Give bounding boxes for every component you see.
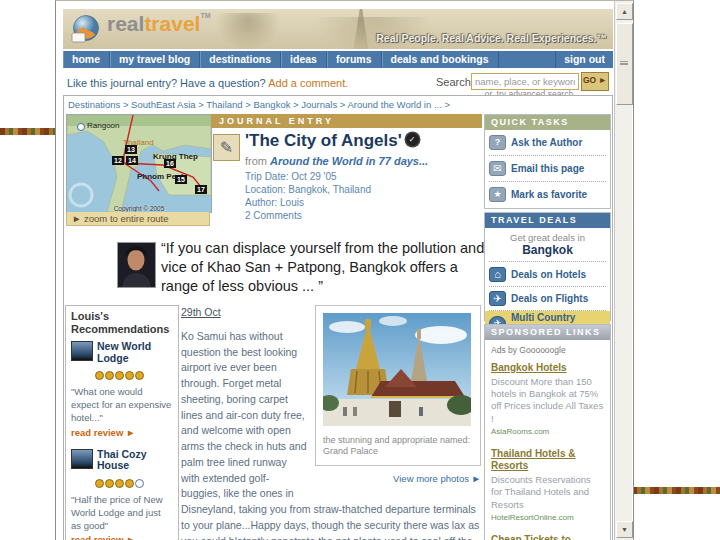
route-marker[interactable]: 17	[195, 185, 207, 194]
breadcrumb[interactable]: Destinations > SouthEast Asia > Thailand…	[68, 99, 450, 110]
main-nav: homemy travel blogdestinationsideasforum…	[63, 51, 613, 68]
rating-dots	[95, 366, 173, 384]
ad-body: Discounts Reservations for Thailand Hote…	[491, 474, 604, 511]
route-marker[interactable]: 12	[112, 156, 124, 165]
logo-travel: travel	[144, 12, 200, 35]
zoom-to-route-link[interactable]: ► zoom to entire route	[66, 212, 210, 226]
site-banner: realtravelTM Real People. Real Advice. R…	[63, 9, 613, 49]
read-review-link[interactable]: read review ►	[71, 427, 173, 438]
hotel-icon	[489, 267, 506, 282]
trip-location: Location: Bangkok, Thailand	[245, 184, 371, 195]
comment-prompt: Like this journal entry? Have a question…	[67, 77, 348, 89]
journal-entry-header: JOURNAL ENTRY	[211, 114, 482, 128]
search-input[interactable]	[471, 73, 579, 90]
journal-series-link[interactable]: Around the World in 77 days...	[270, 155, 428, 167]
trip-date: Trip Date: Oct 29 '05	[245, 171, 337, 182]
banner-landmark-art	[213, 13, 283, 49]
ad-title-link[interactable]: Cheap Tickets to Bangkok	[491, 534, 604, 540]
rating-dot-empty	[135, 479, 144, 488]
deals-city-link[interactable]: Bangkok	[489, 243, 606, 262]
journal-body: the stunning and appropriate named: Gran…	[181, 305, 481, 540]
ad-url[interactable]: HotelResortOnline.com	[491, 513, 604, 522]
plane-icon	[489, 291, 506, 306]
travel-deals-panel: TRAVEL DEALS Get great deals in Bangkok …	[484, 212, 611, 321]
logo-wordmark[interactable]: realtravelTM	[107, 12, 211, 36]
ads-by-label: Ads by Goooooogle	[491, 345, 604, 355]
verified-badge-icon	[406, 133, 419, 146]
route-marker[interactable]: 15	[175, 175, 187, 184]
ad-title-link[interactable]: Thailand Hotels & Resorts	[491, 448, 604, 473]
deals-on-hotels-link[interactable]: Deals on Hotels	[489, 263, 606, 287]
rating-dot-filled	[115, 371, 124, 380]
rating-dot-filled	[105, 371, 114, 380]
rating-dot-filled	[95, 479, 104, 488]
search-label: Search	[436, 76, 471, 88]
entry-date-link[interactable]: 29th Oct	[181, 305, 221, 321]
slide-decoration-left	[0, 128, 57, 135]
rating-dot-filled	[95, 371, 104, 380]
logo-trademark: TM	[200, 12, 210, 19]
hotel-thumbnail[interactable]	[71, 449, 93, 469]
rating-dot-filled	[105, 479, 114, 488]
deal-label: Deals on Flights	[511, 293, 588, 304]
rating-dot-filled	[135, 371, 144, 380]
ad-url[interactable]: AsiaRooms.com	[491, 427, 604, 436]
photo-block: the stunning and appropriate named: Gran…	[315, 305, 481, 486]
ask-the-author-link[interactable]: Ask the Author	[489, 130, 606, 156]
map-label-rangoon: Rangoon	[87, 121, 119, 130]
email-this-page-link[interactable]: Email this page	[489, 156, 606, 182]
recommendations-panel: Louis's Recommendations New World Lodge …	[65, 305, 179, 540]
read-review-link[interactable]: read review ►	[71, 534, 173, 540]
comments-link[interactable]: 2 Comments	[245, 210, 302, 221]
rating-dot-filled	[125, 479, 134, 488]
sponsored-links-title: SPONSORED LINKS	[485, 325, 610, 340]
route-marker[interactable]: 13	[125, 145, 137, 154]
quick-tasks-panel: QUICK TASKS Ask the Author Email this pa…	[484, 114, 611, 209]
scroll-down-button[interactable]	[616, 521, 633, 538]
review-quote: "Half the price of New World Lodge and j…	[71, 494, 173, 532]
site-tagline: Real People. Real Advice. Real Experienc…	[376, 32, 607, 44]
comment-prompt-text: Like this journal entry? Have a question…	[67, 77, 266, 89]
route-marker[interactable]: 14	[126, 156, 138, 165]
view-more-photos-link[interactable]: View more photos ►	[315, 472, 481, 486]
slide-decoration-right	[632, 487, 720, 494]
nav-item-my-travel-blog[interactable]: my travel blog	[110, 51, 200, 68]
webpage: realtravelTM Real People. Real Advice. R…	[63, 5, 613, 540]
scrollbar-thumb[interactable]	[616, 23, 633, 105]
nav-item-home[interactable]: home	[63, 51, 110, 68]
globe-logo-icon[interactable]	[69, 14, 109, 46]
hotel-thumbnail[interactable]	[71, 341, 93, 361]
task-label: Mark as favorite	[511, 189, 587, 200]
journal-title-text: 'The City of Angels'	[245, 131, 402, 150]
envelope-icon	[489, 161, 506, 176]
hotel-name-link[interactable]: New World Lodge	[97, 341, 173, 364]
deal-label: Deals on Hotels	[511, 269, 586, 280]
hotel-name-link[interactable]: Thai Cozy House	[97, 449, 173, 472]
photo-caption: the stunning and appropriate named: Gran…	[323, 435, 473, 458]
rating-dots	[95, 474, 173, 492]
route-map[interactable]: Rangoon Thailand Krung Thep Phnom Penh 1…	[66, 114, 212, 213]
nav-item-deals-bookings[interactable]: deals and bookings	[382, 51, 499, 68]
add-comment-link[interactable]: Add a comment.	[268, 77, 348, 89]
from-label: from	[245, 155, 267, 167]
sponsored-ad: Cheap Tickets to Bangkok	[491, 534, 604, 540]
journal-pencil-icon	[213, 134, 240, 161]
scroll-up-button[interactable]	[616, 3, 633, 20]
deals-on-flights-link[interactable]: Deals on Flights	[489, 287, 606, 311]
content-area: Destinations > SouthEast Asia > Thailand…	[63, 95, 613, 540]
rangoon-city-marker-icon	[77, 123, 85, 131]
vertical-scrollbar[interactable]	[614, 1, 632, 540]
author-avatar	[117, 242, 156, 288]
mark-as-favorite-link[interactable]: Mark as favorite	[489, 182, 606, 207]
task-label: Email this page	[511, 163, 584, 174]
rating-dot-filled	[115, 479, 124, 488]
photo-frame[interactable]: the stunning and appropriate named: Gran…	[315, 305, 481, 466]
nav-item-forums[interactable]: forums	[327, 51, 382, 68]
nav-item-destinations[interactable]: destinations	[200, 51, 281, 68]
action-bar: Like this journal entry? Have a question…	[63, 68, 613, 95]
nav-item-ideas[interactable]: ideas	[281, 51, 327, 68]
nav-item-sign-out[interactable]: sign out	[555, 51, 613, 68]
map-copyright: Copyright © 2005	[67, 205, 211, 212]
route-marker[interactable]: 16	[164, 159, 176, 168]
ad-title-link[interactable]: Bangkok Hotels	[491, 362, 604, 375]
